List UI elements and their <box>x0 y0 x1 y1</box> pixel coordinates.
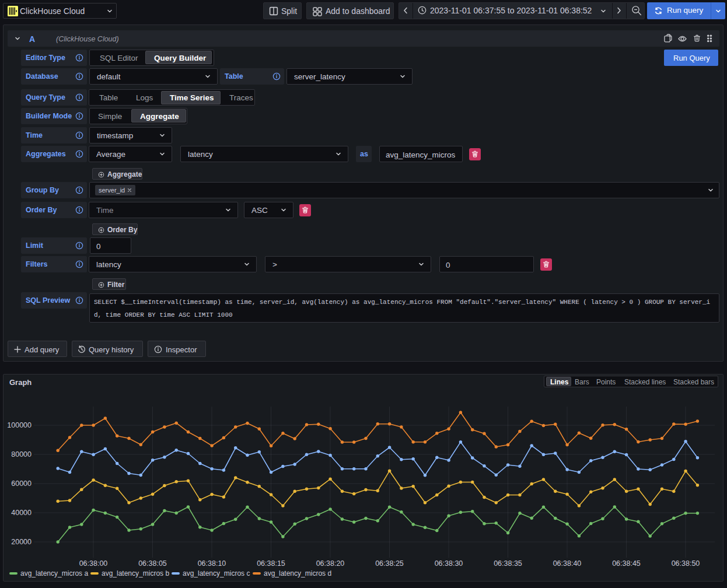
svg-text:06:38:20: 06:38:20 <box>316 559 345 568</box>
svg-text:80000: 80000 <box>11 450 32 459</box>
svg-text:06:38:15: 06:38:15 <box>257 559 285 568</box>
svg-text:06:38:45: 06:38:45 <box>612 559 641 568</box>
svg-text:06:38:05: 06:38:05 <box>138 559 167 568</box>
svg-text:06:38:00: 06:38:00 <box>79 559 108 568</box>
svg-text:40000: 40000 <box>11 509 32 517</box>
svg-text:100000: 100000 <box>7 421 32 429</box>
svg-text:06:38:35: 06:38:35 <box>494 559 522 568</box>
svg-text:60000: 60000 <box>11 480 32 488</box>
svg-text:06:38:10: 06:38:10 <box>198 559 226 568</box>
svg-text:06:38:40: 06:38:40 <box>553 559 582 568</box>
svg-text:06:38:25: 06:38:25 <box>375 559 404 568</box>
svg-text:06:38:50: 06:38:50 <box>672 559 700 568</box>
svg-text:20000: 20000 <box>11 538 32 546</box>
svg-text:06:38:30: 06:38:30 <box>435 559 463 568</box>
